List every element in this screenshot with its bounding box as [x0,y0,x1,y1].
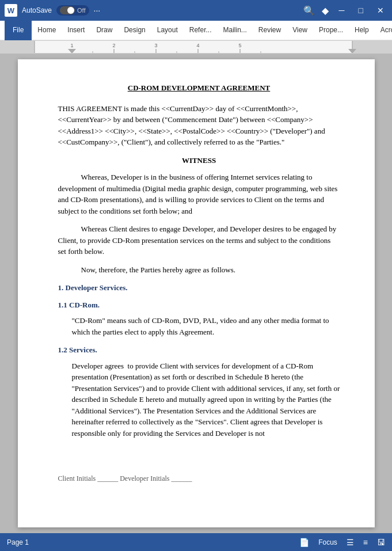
svg-text:3: 3 [154,43,157,48]
svg-text:1: 1 [70,43,73,48]
page-info: Page 1 [7,538,29,546]
intro-paragraph: THIS AGREEMENT is made this <<CurrentDay… [58,103,340,148]
autosave-toggle[interactable]: Off [56,5,89,16]
tab-home[interactable]: Home [32,21,62,40]
focus-label[interactable]: Focus [318,538,337,546]
view-layout-icon[interactable]: ☰ [347,538,354,547]
autosave-label: AutoSave [22,6,52,14]
tab-help[interactable]: Help [349,21,375,40]
tab-view[interactable]: View [287,21,313,40]
tab-review[interactable]: Review [253,21,287,40]
toggle-state-label: Off [77,7,85,14]
word-icon: W [5,4,17,17]
svg-text:4: 4 [196,43,199,48]
title-bar-left: W AutoSave Off ··· [5,4,100,17]
svg-text:2: 2 [112,43,115,48]
maximize-button[interactable]: □ [355,6,367,15]
svg-rect-1 [0,41,35,54]
page: CD-ROM DEVELOPMENT AGREEMENT THIS AGREEM… [18,59,375,527]
initials-line: Client Initials ______ Developer Initial… [58,473,340,484]
ruler-svg: 1 2 3 4 5 [0,41,392,54]
svg-text:5: 5 [238,43,241,48]
tab-design[interactable]: Design [118,21,151,40]
ribbon: File Home Insert Draw Design Layout Refe… [0,21,392,41]
status-bar-right: 📄 Focus ☰ ≡ 🖫 [299,538,385,547]
minimize-button[interactable]: ─ [336,6,348,15]
ruler: 1 2 3 4 5 [0,41,392,54]
premium-icon[interactable]: ◆ [322,5,329,16]
search-button[interactable]: 🔍 [303,5,315,16]
status-bar-left: Page 1 [7,538,29,546]
ribbon-tab-bar: File Home Insert Draw Design Layout Refe… [0,21,392,40]
tab-draw[interactable]: Draw [90,21,118,40]
title-bar-right: 🔍 ◆ ─ □ ✕ [303,5,387,16]
tab-file[interactable]: File [5,21,32,40]
document-area[interactable]: CD-ROM DEVELOPMENT AGREEMENT THIS AGREEM… [0,54,392,533]
document-stats-icon[interactable]: 📄 [299,538,309,547]
section-1-1-content: "CD-Rom" means such of CD-Rom, DVD, PAL,… [58,315,340,337]
section-1-1-heading: 1.1 CD-Rom. [58,299,340,311]
tab-layout[interactable]: Layout [151,21,184,40]
tab-insert[interactable]: Insert [62,21,90,40]
title-bar: W AutoSave Off ··· 🔍 ◆ ─ □ ✕ [0,0,392,21]
tab-acrobat[interactable]: Acro... [375,21,392,40]
svg-rect-2 [352,41,392,54]
witness-para-2: Whereas Client desires to engage Develop… [58,223,340,257]
view-web-icon[interactable]: 🖫 [377,538,385,547]
more-options-icon[interactable]: ··· [94,6,101,15]
section-1-2-content: Developer agrees to provide Client with … [58,360,340,439]
tab-mailings[interactable]: Mailin... [217,21,252,40]
toggle-switch[interactable] [60,6,75,14]
toggle-knob [67,7,74,14]
tab-references[interactable]: Refer... [184,21,218,40]
status-bar: Page 1 📄 Focus ☰ ≡ 🖫 [0,533,392,551]
close-button[interactable]: ✕ [374,6,387,15]
view-read-icon[interactable]: ≡ [363,538,368,547]
witness-para-3: Now, therefore, the Parties hereby agree… [58,264,340,276]
witness-para-1: Whereas, Developer is in the business of… [58,172,340,216]
section-1-2-heading: 1.2 Services. [58,344,340,356]
document-title: CD-ROM DEVELOPMENT AGREEMENT [58,82,340,94]
tab-properties[interactable]: Prope... [313,21,349,40]
witness-heading: WITNESS [58,155,340,166]
section-1-heading: 1. Developer Services. [58,282,340,294]
